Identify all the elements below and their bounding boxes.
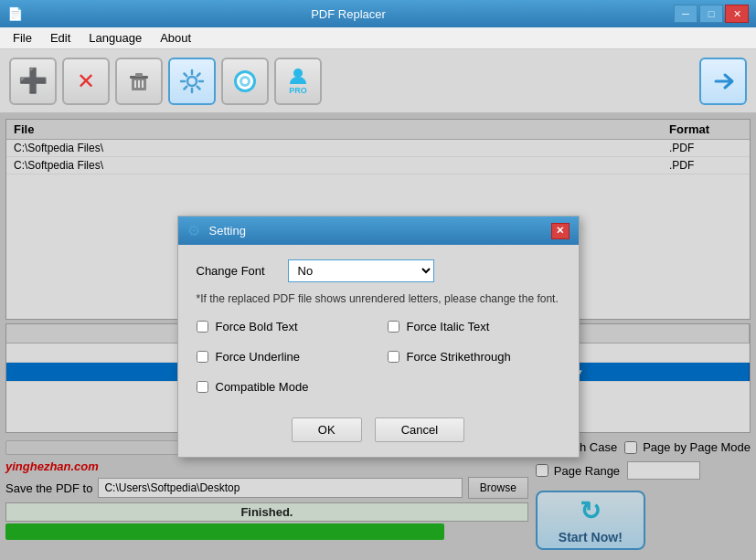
remove-button[interactable]: ✕ — [62, 58, 110, 105]
menu-file[interactable]: File — [4, 29, 41, 47]
toolbar: ➕ ✕ PRO — [0, 49, 756, 113]
force-italic-checkbox[interactable] — [388, 321, 399, 333]
force-underline-checkbox[interactable] — [197, 351, 208, 363]
menu-bar: File Edit Language About — [0, 27, 756, 49]
menu-about[interactable]: About — [151, 29, 200, 47]
dialog-btn-row: OK Cancel — [197, 417, 560, 442]
add-button[interactable]: ➕ — [9, 58, 57, 105]
svg-point-11 — [293, 69, 303, 78]
svg-rect-2 — [135, 73, 143, 77]
dialog-close-button[interactable]: ✕ — [551, 223, 570, 239]
dialog-checkboxes: Force Bold Text Force Italic Text Force … — [197, 320, 560, 403]
force-underline-label: Force Underline — [216, 350, 301, 364]
dialog-title-bar: ⚙ Setting ✕ — [178, 217, 579, 245]
delete-button[interactable] — [115, 58, 163, 105]
dialog-title: Setting — [209, 224, 246, 238]
app-icon: 📄 — [7, 6, 23, 21]
svg-point-6 — [187, 77, 197, 86]
restore-button[interactable]: □ — [699, 5, 723, 23]
arrow-right-icon — [710, 69, 736, 94]
run-button[interactable] — [699, 58, 747, 105]
svg-point-10 — [242, 79, 248, 84]
force-italic-row: Force Italic Text — [388, 320, 560, 333]
dialog-content: Change Font No Arial Times New Roman *If… — [178, 245, 579, 457]
force-strikethrough-label: Force Strikethrough — [407, 350, 511, 364]
close-button[interactable]: ✕ — [725, 5, 749, 23]
compatible-mode-label: Compatible Mode — [216, 380, 309, 394]
force-bold-row: Force Bold Text — [197, 320, 369, 333]
compatible-mode-row: Compatible Mode — [197, 380, 369, 394]
help-icon — [231, 68, 259, 95]
force-underline-row: Force Underline — [197, 350, 369, 364]
minimize-button[interactable]: ─ — [674, 5, 697, 23]
pro-button[interactable]: PRO — [274, 58, 322, 105]
help-button[interactable] — [221, 58, 269, 105]
pro-label: PRO — [289, 86, 307, 95]
title-bar: 📄 PDF Replacer ─ □ ✕ — [0, 0, 756, 27]
main-area: File Format C:\Softpedia Files\ .PDF C:\… — [0, 113, 756, 560]
menu-edit[interactable]: Edit — [41, 29, 80, 47]
window-controls: ─ □ ✕ — [674, 5, 749, 23]
user-icon — [289, 68, 307, 84]
ok-button[interactable]: OK — [292, 417, 362, 442]
force-bold-label: Force Bold Text — [216, 320, 298, 333]
compatible-mode-checkbox[interactable] — [197, 381, 208, 393]
dialog-overlay: ⚙ Setting ✕ Change Font No Arial Times N… — [0, 113, 756, 560]
font-select[interactable]: No Arial Times New Roman — [288, 259, 434, 282]
setting-dialog: ⚙ Setting ✕ Change Font No Arial Times N… — [177, 216, 580, 458]
menu-language[interactable]: Language — [80, 29, 151, 47]
force-bold-checkbox[interactable] — [197, 321, 208, 333]
app-title: PDF Replacer — [23, 7, 674, 21]
change-font-row: Change Font No Arial Times New Roman — [197, 259, 560, 282]
dialog-gear-icon: ⚙ — [187, 222, 200, 239]
change-font-label: Change Font — [197, 264, 279, 278]
force-italic-label: Force Italic Text — [407, 320, 490, 333]
settings-icon — [178, 68, 206, 95]
settings-button[interactable] — [168, 58, 216, 105]
force-strikethrough-row: Force Strikethrough — [388, 350, 560, 364]
cancel-button[interactable]: Cancel — [375, 417, 464, 442]
font-hint: *If the replaced PDF file shows unrender… — [197, 291, 560, 307]
trash-icon — [126, 69, 152, 94]
force-strikethrough-checkbox[interactable] — [388, 351, 399, 363]
